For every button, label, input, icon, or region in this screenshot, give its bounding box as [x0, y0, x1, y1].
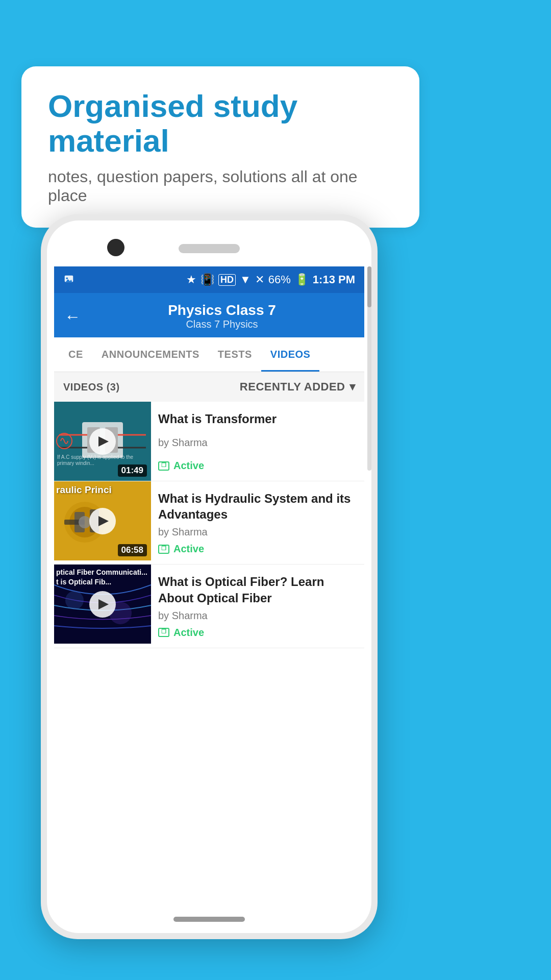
- hydraulic-thumb-text: raulic Princi: [56, 484, 112, 496]
- video-thumbnail-transformer: If A.C supply (V₁) is applied to the pri…: [54, 402, 151, 481]
- phone-frame: ★ 📳 HD ▼ ✕ 66% 🔋 1:13 PM ← Physics Class…: [41, 214, 378, 939]
- video-status-optical: ❐ Active: [158, 627, 357, 639]
- play-button-transformer[interactable]: [89, 428, 116, 455]
- status-left-icons: [63, 274, 74, 285]
- bubble-subtitle: notes, question papers, solutions all at…: [48, 167, 393, 205]
- optical-thumb-text: ptical Fiber Communicati...t is Optical …: [56, 568, 147, 586]
- tab-announcements[interactable]: ANNOUNCEMENTS: [92, 337, 209, 372]
- header-title: Physics Class 7: [90, 302, 354, 318]
- bubble-title: Organised study material: [48, 89, 393, 158]
- screen: ★ 📳 HD ▼ ✕ 66% 🔋 1:13 PM ← Physics Class…: [54, 266, 364, 908]
- tabs-bar: CE ANNOUNCEMENTS TESTS VIDEOS: [54, 337, 364, 372]
- tab-ce[interactable]: CE: [59, 337, 92, 372]
- video-item-transformer[interactable]: If A.C supply (V₁) is applied to the pri…: [54, 402, 364, 481]
- back-button[interactable]: ←: [64, 308, 81, 325]
- battery-percent: 66%: [268, 273, 291, 286]
- video-thumbnail-optical: ptical Fiber Communicati...t is Optical …: [54, 565, 151, 644]
- video-item-hydraulic[interactable]: raulic Princi 06:58 What is Hydraulic Sy…: [54, 481, 364, 565]
- video-author-hydraulic: by Sharma: [158, 526, 357, 538]
- video-info-optical: What is Optical Fiber? Learn About Optic…: [151, 565, 364, 647]
- sort-dropdown[interactable]: RECENTLY ADDED ▾: [240, 380, 355, 394]
- tab-tests[interactable]: TESTS: [209, 337, 261, 372]
- video-author-transformer: by Sharma: [158, 437, 357, 449]
- thumb-optical-bg: ptical Fiber Communicati...t is Optical …: [54, 565, 151, 644]
- status-label-optical: Active: [173, 627, 204, 639]
- status-time: 1:13 PM: [313, 273, 355, 286]
- signal-icon: ✕: [255, 273, 264, 286]
- phone-speaker: [179, 244, 240, 253]
- videos-count: VIDEOS (3): [63, 381, 120, 393]
- tab-videos[interactable]: VIDEOS: [261, 337, 320, 372]
- video-info-transformer: What is Transformer by Sharma ❐ Active: [151, 402, 364, 481]
- hd-badge: HD: [218, 274, 236, 286]
- scrollbar-thumb[interactable]: [367, 266, 371, 307]
- chat-icon-optical: ❐: [158, 628, 169, 637]
- svg-point-1: [66, 277, 68, 279]
- status-right-area: ★ 📳 HD ▼ ✕ 66% 🔋 1:13 PM: [186, 273, 355, 286]
- status-label-hydraulic: Active: [173, 543, 204, 555]
- bluetooth-icon: ★: [186, 273, 196, 286]
- chat-icon-hydraulic: ❐: [158, 545, 169, 554]
- header-title-area: Physics Class 7 Class 7 Physics: [90, 302, 354, 330]
- status-label-transformer: Active: [173, 460, 204, 472]
- battery-icon: 🔋: [295, 273, 309, 286]
- video-item-optical[interactable]: ptical Fiber Communicati...t is Optical …: [54, 565, 364, 648]
- phone-inner: ★ 📳 HD ▼ ✕ 66% 🔋 1:13 PM ← Physics Class…: [47, 220, 371, 933]
- chevron-down-icon: ▾: [349, 380, 356, 394]
- video-duration-hydraulic: 06:58: [118, 544, 147, 556]
- phone-home-bar: [173, 917, 245, 922]
- chat-icon-transformer: ❐: [158, 461, 169, 471]
- wifi-icon: ▼: [240, 273, 251, 286]
- image-icon: [63, 274, 74, 285]
- speech-bubble: Organised study material notes, question…: [21, 66, 419, 228]
- video-info-hydraulic: What is Hydraulic System and its Advanta…: [151, 481, 364, 564]
- video-author-optical: by Sharma: [158, 610, 357, 622]
- play-button-optical[interactable]: [89, 591, 116, 618]
- video-thumbnail-hydraulic: raulic Princi 06:58: [54, 481, 151, 560]
- video-title-hydraulic: What is Hydraulic System and its Advanta…: [158, 491, 357, 522]
- video-title-transformer: What is Transformer: [158, 411, 357, 427]
- video-title-optical: What is Optical Fiber? Learn About Optic…: [158, 574, 357, 605]
- video-list: If A.C supply (V₁) is applied to the pri…: [54, 402, 364, 648]
- scrollbar[interactable]: [367, 266, 371, 471]
- play-button-hydraulic[interactable]: [89, 508, 116, 534]
- sort-label: RECENTLY ADDED: [240, 380, 345, 394]
- app-header: ← Physics Class 7 Class 7 Physics: [54, 293, 364, 337]
- status-bar: ★ 📳 HD ▼ ✕ 66% 🔋 1:13 PM: [54, 266, 364, 293]
- vibrate-icon: 📳: [201, 273, 214, 286]
- videos-header: VIDEOS (3) RECENTLY ADDED ▾: [54, 372, 364, 402]
- video-duration-transformer: 01:49: [118, 464, 147, 477]
- header-breadcrumb: Class 7 Physics: [90, 318, 354, 330]
- video-status-transformer: ❐ Active: [158, 460, 357, 472]
- video-status-hydraulic: ❐ Active: [158, 543, 357, 555]
- phone-camera: [107, 239, 124, 256]
